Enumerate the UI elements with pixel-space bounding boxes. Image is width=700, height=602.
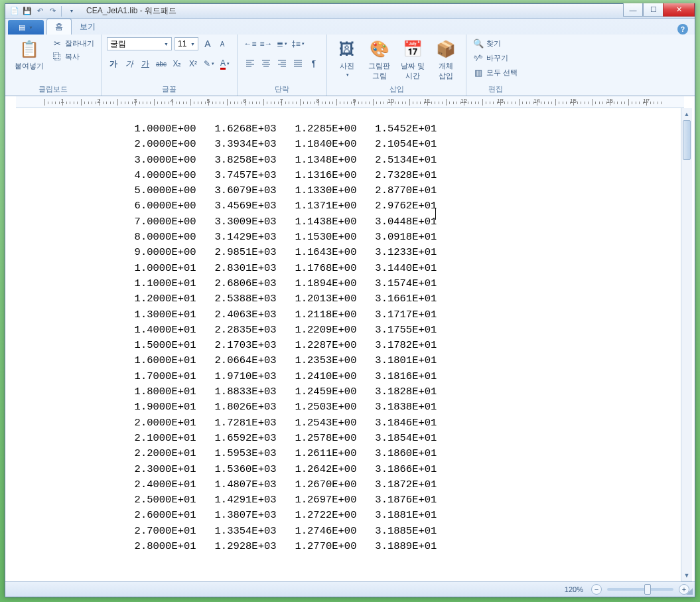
font-name-combo[interactable]: 굴림▼ — [107, 37, 172, 50]
window-controls: — ☐ ✕ — [623, 3, 695, 17]
selectall-label: 모두 선택 — [486, 68, 518, 78]
increase-indent-button[interactable]: ≡→ — [259, 37, 273, 50]
find-label: 찾기 — [486, 38, 501, 48]
strike-button[interactable]: abc — [155, 57, 168, 70]
ribbon: ▤▼ 홈 보기 ? 📋 붙여넣기 ✂잘라내기 ⿻복사 클립보드 — [5, 19, 695, 96]
line-spacing-button[interactable]: ‡≡▾ — [291, 37, 305, 50]
superscript-button[interactable]: X² — [186, 57, 200, 70]
ribbon-tabs: ▤▼ 홈 보기 ? — [5, 19, 695, 35]
object-label: 개체 삽입 — [439, 61, 453, 81]
group-insert: 🖼사진▾ 🎨그림판 그림 📅날짜 및 시간 📦개체 삽입 삽입 — [327, 35, 466, 96]
file-menu-icon: ▤ — [19, 23, 25, 32]
ruler[interactable]: 1234567891011121314151617 — [16, 96, 684, 108]
font-group-label: 글꼴 — [107, 83, 232, 94]
align-justify-button[interactable] — [291, 57, 305, 70]
group-clipboard: 📋 붙여넣기 ✂잘라내기 ⿻복사 클립보드 — [5, 35, 102, 96]
document-viewport[interactable]: 1.0000E+00 1.6268E+03 1.2285E+00 1.5452E… — [16, 108, 679, 581]
datetime-icon: 📅 — [402, 38, 423, 60]
align-center-button[interactable] — [259, 57, 273, 70]
zoom-percent[interactable]: 120% — [565, 585, 583, 593]
titlebar[interactable]: 📄 💾 ↶ ↷ ▼ CEA_JetA1.lib - 워드패드 — ☐ ✕ — [5, 4, 695, 19]
text-cursor — [435, 208, 436, 220]
grow-font-button[interactable]: A — [201, 37, 214, 50]
insert-picture-button[interactable]: 🖼사진▾ — [332, 37, 362, 79]
maximize-button[interactable]: ☐ — [643, 3, 663, 17]
paint-label: 그림판 그림 — [368, 61, 390, 81]
shrink-font-button[interactable]: A — [216, 37, 229, 50]
group-editing: 🔍찾기 ᵃ⁄ᵇ바꾸기 ▥모두 선택 편집 — [466, 35, 524, 96]
insert-paint-button[interactable]: 🎨그림판 그림 — [364, 37, 394, 82]
replace-label: 바꾸기 — [486, 53, 508, 63]
font-size-combo[interactable]: 11▼ — [175, 37, 198, 50]
clipboard-group-label: 클립보드 — [11, 83, 96, 94]
find-icon: 🔍 — [473, 38, 484, 48]
qat-separator — [61, 6, 62, 17]
selectall-button[interactable]: ▥모두 선택 — [472, 66, 519, 78]
paste-label: 붙여넣기 — [15, 61, 44, 71]
replace-icon: ᵃ⁄ᵇ — [473, 52, 484, 63]
bold-button[interactable]: 가 — [107, 57, 120, 70]
copy-label: 복사 — [65, 52, 80, 62]
subscript-button[interactable]: X₂ — [171, 57, 184, 70]
align-right-button[interactable] — [275, 57, 289, 70]
group-paragraph: ←≡ ≡→ ≣▾ ‡≡▾ ¶ 단락 — [238, 35, 327, 96]
app-icon: 📄 — [9, 6, 20, 17]
copy-icon: ⿻ — [52, 51, 62, 62]
editing-group-label: 편집 — [472, 83, 519, 94]
insert-object-button[interactable]: 📦개체 삽입 — [431, 37, 460, 82]
insert-group-label: 삽입 — [332, 83, 460, 94]
cut-label: 잘라내기 — [65, 38, 94, 48]
zoom-out-button[interactable]: − — [591, 584, 602, 595]
bullets-button[interactable]: ≣▾ — [275, 37, 289, 50]
selectall-icon: ▥ — [473, 67, 484, 78]
cut-button[interactable]: ✂잘라내기 — [50, 37, 96, 49]
scroll-up-icon[interactable]: ▲ — [681, 108, 692, 119]
wordpad-window: 📄 💾 ↶ ↷ ▼ CEA_JetA1.lib - 워드패드 — ☐ ✕ ▤▼ … — [5, 3, 695, 597]
highlight-button[interactable]: ✎▾ — [202, 57, 216, 70]
datetime-label: 날짜 및 시간 — [401, 61, 425, 81]
undo-icon[interactable]: ↶ — [35, 6, 45, 17]
qat-customize-icon[interactable]: ▼ — [66, 6, 77, 17]
font-color-button[interactable]: A▾ — [218, 57, 232, 70]
cut-icon: ✂ — [52, 38, 62, 48]
insert-datetime-button[interactable]: 📅날짜 및 시간 — [397, 37, 429, 82]
scroll-thumb[interactable] — [683, 120, 691, 160]
copy-button[interactable]: ⿻복사 — [50, 50, 96, 62]
tab-home[interactable]: 홈 — [46, 19, 72, 35]
italic-button[interactable]: 가 — [123, 57, 136, 70]
window-title: CEA_JetA1.lib - 워드패드 — [86, 5, 176, 17]
resize-grip[interactable] — [684, 586, 693, 595]
picture-label: 사진 — [340, 61, 354, 71]
quick-access-toolbar: 📄 💾 ↶ ↷ ▼ — [5, 6, 81, 17]
document-content[interactable]: 1.0000E+00 1.6268E+03 1.2285E+00 1.5452E… — [16, 108, 679, 554]
help-icon[interactable]: ? — [677, 24, 688, 35]
align-left-button[interactable] — [243, 57, 257, 70]
object-icon: 📦 — [435, 38, 456, 60]
paste-button[interactable]: 📋 붙여넣기 — [11, 37, 48, 72]
file-menu-button[interactable]: ▤▼ — [8, 20, 44, 35]
redo-icon[interactable]: ↷ — [47, 6, 58, 17]
save-icon[interactable]: 💾 — [22, 6, 33, 17]
statusbar: 120% − + — [5, 581, 695, 597]
find-button[interactable]: 🔍찾기 — [472, 37, 519, 49]
paragraph-dialog-button[interactable]: ¶ — [307, 57, 321, 70]
close-button[interactable]: ✕ — [663, 3, 695, 17]
replace-button[interactable]: ᵃ⁄ᵇ바꾸기 — [472, 52, 519, 64]
tab-view[interactable]: 보기 — [72, 19, 104, 35]
paint-icon: 🎨 — [369, 38, 390, 60]
paste-icon: 📋 — [19, 38, 40, 60]
zoom-slider[interactable] — [607, 588, 673, 591]
vertical-scrollbar[interactable]: ▲ ▼ — [681, 108, 692, 581]
picture-icon: 🖼 — [336, 38, 358, 60]
document-area: 1.0000E+00 1.6268E+03 1.2285E+00 1.5452E… — [7, 108, 693, 581]
underline-button[interactable]: 가 — [139, 57, 152, 70]
group-font: 굴림▼ 11▼ A A 가 가 가 abc X₂ X² — [102, 35, 238, 96]
minimize-button[interactable]: — — [623, 3, 643, 17]
paragraph-group-label: 단락 — [243, 83, 321, 94]
ribbon-body: 📋 붙여넣기 ✂잘라내기 ⿻복사 클립보드 굴림▼ 11▼ — [5, 35, 695, 96]
scroll-down-icon[interactable]: ▼ — [681, 570, 692, 581]
decrease-indent-button[interactable]: ←≡ — [243, 37, 257, 50]
zoom-slider-thumb[interactable] — [644, 584, 651, 595]
